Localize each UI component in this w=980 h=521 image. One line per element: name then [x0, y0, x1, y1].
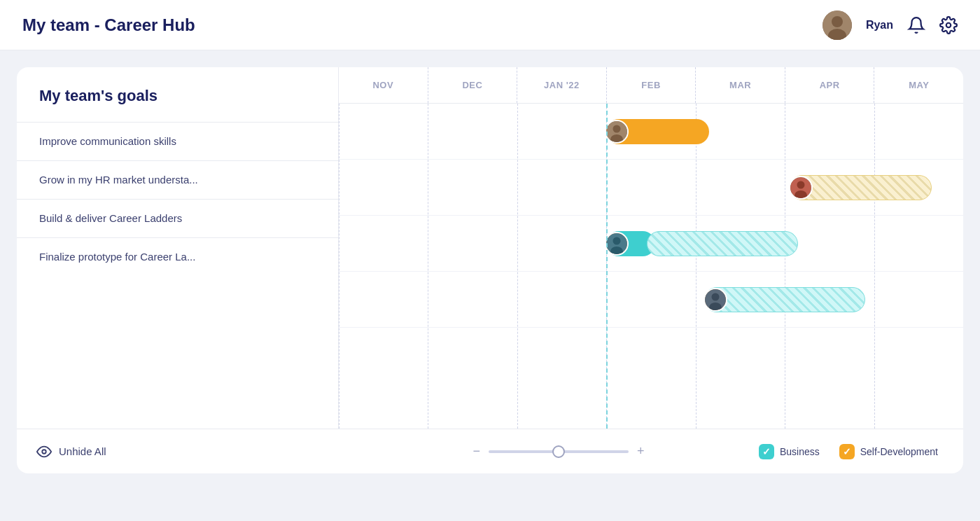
page-title: My team - Career Hub — [22, 15, 195, 35]
goal-label-2: Grow in my HR market understa... — [39, 174, 198, 186]
gantt-bar-row2-hatched-teal[interactable] — [647, 231, 799, 256]
legend-section: ✓ Business ✓ Self-Development — [759, 444, 944, 459]
svg-point-16 — [42, 450, 46, 454]
month-col-apr: APR — [785, 67, 875, 103]
svg-point-14 — [712, 293, 720, 300]
svg-point-3 — [946, 22, 951, 27]
user-name: Ryan — [866, 19, 893, 32]
month-col-feb: FEB — [607, 67, 696, 103]
legend-business: ✓ Business — [759, 444, 820, 459]
month-col-dec: DEC — [428, 67, 518, 103]
zoom-out-button[interactable]: − — [472, 444, 480, 459]
zoom-slider-thumb[interactable] — [552, 445, 565, 458]
zoom-in-button[interactable]: + — [637, 444, 645, 459]
checkmark-icon-2: ✓ — [843, 446, 851, 457]
gear-icon — [939, 16, 958, 34]
panel-title: My team's goals — [17, 87, 338, 122]
checkmark-icon: ✓ — [762, 446, 771, 457]
month-col-nov: NOV — [339, 67, 428, 103]
goals-card: My team's goals Improve communication sk… — [17, 67, 963, 473]
eye-icon — [36, 444, 52, 459]
settings-button[interactable] — [939, 16, 958, 34]
unhide-label: Unhide All — [59, 445, 106, 457]
gantt-header: NOVDECJAN '22FEBMARAPRMAY — [339, 67, 963, 104]
month-col-may: MAY — [874, 67, 963, 103]
goal-label-4: Finalize prototype for Career La... — [39, 251, 195, 263]
self-development-label: Self-Development — [860, 446, 938, 457]
unhide-button[interactable] — [36, 444, 52, 459]
header: My team - Career Hub Ryan — [0, 0, 980, 50]
legend-self-development: ✓ Self-Development — [839, 444, 938, 459]
svg-point-1 — [832, 16, 843, 27]
goal-label-1: Improve communication skills — [39, 135, 176, 147]
card-body: My team's goals Improve communication sk… — [17, 67, 963, 429]
goal-item-1[interactable]: Improve communication skills — [17, 122, 338, 160]
gantt-row-0 — [339, 104, 963, 160]
avatar[interactable] — [822, 11, 852, 40]
header-right: Ryan — [822, 11, 958, 40]
bar-avatar — [789, 176, 813, 200]
business-label: Business — [780, 446, 820, 457]
goal-item-4[interactable]: Finalize prototype for Career La... — [17, 237, 338, 276]
gantt-row-2 — [339, 216, 963, 272]
left-panel: My team's goals Improve communication sk… — [17, 67, 339, 429]
gantt-bar-row3-hatched-teal[interactable] — [704, 287, 864, 312]
svg-point-11 — [613, 237, 621, 244]
card-footer: Unhide All − + ✓ Business ✓ — [17, 429, 963, 473]
notifications-button[interactable] — [907, 16, 925, 34]
self-development-checkbox[interactable]: ✓ — [839, 444, 855, 459]
month-col-mar: MAR — [696, 67, 785, 103]
current-date-line — [606, 104, 608, 429]
zoom-slider-section: − + — [358, 444, 759, 459]
svg-point-8 — [797, 181, 804, 188]
gantt-rows — [339, 104, 963, 429]
gantt-bar-row0-solid-yellow[interactable] — [606, 119, 709, 144]
bar-avatar — [704, 288, 727, 312]
month-col-jan--22: JAN '22 — [517, 67, 607, 103]
unhide-section: Unhide All — [36, 444, 358, 459]
goal-label-3: Build & deliver Career Ladders — [39, 212, 182, 224]
business-checkbox[interactable]: ✓ — [759, 444, 774, 459]
gantt-row-1 — [339, 160, 963, 216]
main-content: My team's goals Improve communication sk… — [0, 50, 980, 490]
bar-avatar — [605, 120, 629, 144]
gantt-area: NOVDECJAN '22FEBMARAPRMAY — [339, 67, 963, 429]
svg-point-5 — [613, 125, 621, 132]
avatar-image — [822, 11, 852, 40]
zoom-slider-track — [489, 450, 629, 453]
gantt-bar-row1-hatched-yellow[interactable] — [790, 175, 932, 200]
goal-item-2[interactable]: Grow in my HR market understa... — [17, 160, 338, 199]
gantt-row-3 — [339, 272, 963, 328]
goals-list: Improve communication skillsGrow in my H… — [17, 122, 338, 276]
bell-icon — [907, 16, 925, 34]
goal-item-3[interactable]: Build & deliver Career Ladders — [17, 199, 338, 237]
bar-avatar — [605, 232, 629, 256]
